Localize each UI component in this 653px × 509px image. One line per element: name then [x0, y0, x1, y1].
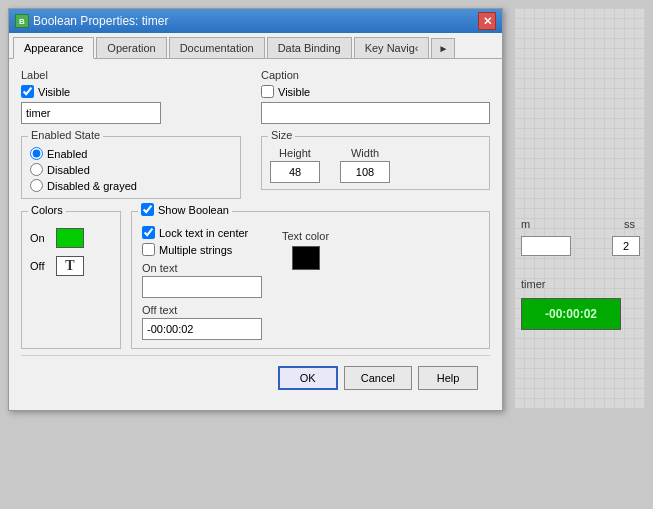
preview-m-label: m [521, 218, 530, 230]
tab-data-binding[interactable]: Data Binding [267, 37, 352, 58]
colors-title: Colors [28, 204, 66, 216]
radio-disabled-grayed[interactable] [30, 179, 43, 192]
label-section-title: Label [21, 69, 241, 81]
text-color-swatch[interactable] [292, 246, 320, 270]
help-button[interactable]: Help [418, 366, 478, 390]
radio-disabled-label[interactable]: Disabled [47, 164, 90, 176]
t-icon: T [65, 258, 74, 274]
right-column: Caption Visible Size Height [261, 69, 490, 205]
radio-disabled-row: Disabled [30, 163, 232, 176]
preview-timer-label: timer [521, 278, 545, 290]
color-off-swatch[interactable]: T [56, 256, 84, 276]
width-input[interactable] [340, 161, 390, 183]
color-on-swatch[interactable] [56, 228, 84, 248]
multiple-strings-row: Multiple strings [142, 243, 262, 256]
radio-disabled-grayed-label[interactable]: Disabled & grayed [47, 180, 137, 192]
radio-disabled[interactable] [30, 163, 43, 176]
tab-content: Label Visible Enabled State Enabled [9, 59, 502, 410]
show-boolean-left: Lock text in center Multiple strings On … [142, 226, 262, 340]
tab-scroll-arrow[interactable]: ► [431, 38, 455, 58]
label-section: Label Visible [21, 69, 241, 132]
text-color-label: Text color [282, 230, 329, 242]
enabled-state-title: Enabled State [28, 129, 103, 141]
height-field: Height [270, 147, 320, 183]
window-title: Boolean Properties: timer [33, 14, 168, 28]
colors-box: Colors On Off T [21, 211, 121, 349]
caption-section: Caption Visible [261, 69, 490, 132]
colors-content: On Off T [30, 228, 112, 276]
radio-enabled[interactable] [30, 147, 43, 160]
top-two-col: Label Visible Enabled State Enabled [21, 69, 490, 205]
lock-text-row: Lock text in center [142, 226, 262, 239]
tab-bar: Appearance Operation Documentation Data … [9, 33, 502, 59]
on-label: On [30, 232, 50, 244]
bottom-section: Colors On Off T [21, 211, 490, 349]
enabled-state-radio-group: Enabled Disabled Disabled & grayed [30, 147, 232, 192]
height-label: Height [279, 147, 311, 159]
tab-documentation[interactable]: Documentation [169, 37, 265, 58]
radio-enabled-label[interactable]: Enabled [47, 148, 87, 160]
color-off-row: Off T [30, 256, 112, 276]
caption-visible-checkbox[interactable] [261, 85, 274, 98]
window-icon: B [15, 14, 29, 28]
width-field: Width [340, 147, 390, 183]
label-visible-checkbox[interactable] [21, 85, 34, 98]
title-bar-left: B Boolean Properties: timer [15, 14, 168, 28]
lock-text-label[interactable]: Lock text in center [159, 227, 248, 239]
off-text-label: Off text [142, 304, 262, 316]
size-title: Size [268, 129, 295, 141]
left-column: Label Visible Enabled State Enabled [21, 69, 241, 205]
caption-name-input[interactable] [261, 102, 490, 124]
cancel-button[interactable]: Cancel [344, 366, 412, 390]
on-text-input[interactable] [142, 276, 262, 298]
size-fields: Height Width [270, 147, 481, 183]
height-input[interactable] [270, 161, 320, 183]
preview-m-box [521, 236, 571, 256]
show-boolean-checkbox[interactable] [141, 203, 154, 216]
label-visible-label[interactable]: Visible [38, 86, 70, 98]
button-bar: OK Cancel Help [21, 355, 490, 400]
show-boolean-right: Text color [282, 230, 329, 340]
ok-button[interactable]: OK [278, 366, 338, 390]
preview-timer-box: -00:00:02 [521, 298, 621, 330]
show-boolean-box: Show Boolean Lock text in center Multipl… [131, 211, 490, 349]
off-label: Off [30, 260, 50, 272]
preview-ss-label: ss [624, 218, 635, 230]
label-name-input[interactable] [21, 102, 161, 124]
show-boolean-label[interactable]: Show Boolean [158, 204, 229, 216]
lock-text-checkbox[interactable] [142, 226, 155, 239]
color-on-row: On [30, 228, 112, 248]
preview-panel: m ss 2 timer -00:00:02 [515, 8, 645, 408]
tab-operation[interactable]: Operation [96, 37, 166, 58]
caption-section-title: Caption [261, 69, 490, 81]
multiple-strings-label[interactable]: Multiple strings [159, 244, 232, 256]
caption-visible-label[interactable]: Visible [278, 86, 310, 98]
enabled-state-section: Enabled State Enabled Disabled Disabl [21, 136, 241, 199]
close-button[interactable]: ✕ [478, 12, 496, 30]
show-boolean-header: Show Boolean [138, 203, 232, 216]
multiple-strings-checkbox[interactable] [142, 243, 155, 256]
off-text-input[interactable] [142, 318, 262, 340]
width-label: Width [351, 147, 379, 159]
main-window: B Boolean Properties: timer ✕ Appearance… [8, 8, 503, 411]
radio-enabled-row: Enabled [30, 147, 232, 160]
title-bar: B Boolean Properties: timer ✕ [9, 9, 502, 33]
caption-visible-row: Visible [261, 85, 490, 98]
preview-ss-value: 2 [612, 236, 640, 256]
tab-key-navig[interactable]: Key Navig‹ [354, 37, 430, 58]
size-section: Size Height Width [261, 136, 490, 190]
tab-appearance[interactable]: Appearance [13, 37, 94, 59]
show-boolean-content: Lock text in center Multiple strings On … [142, 226, 479, 340]
on-text-label: On text [142, 262, 262, 274]
label-visible-row: Visible [21, 85, 241, 98]
radio-disabled-grayed-row: Disabled & grayed [30, 179, 232, 192]
